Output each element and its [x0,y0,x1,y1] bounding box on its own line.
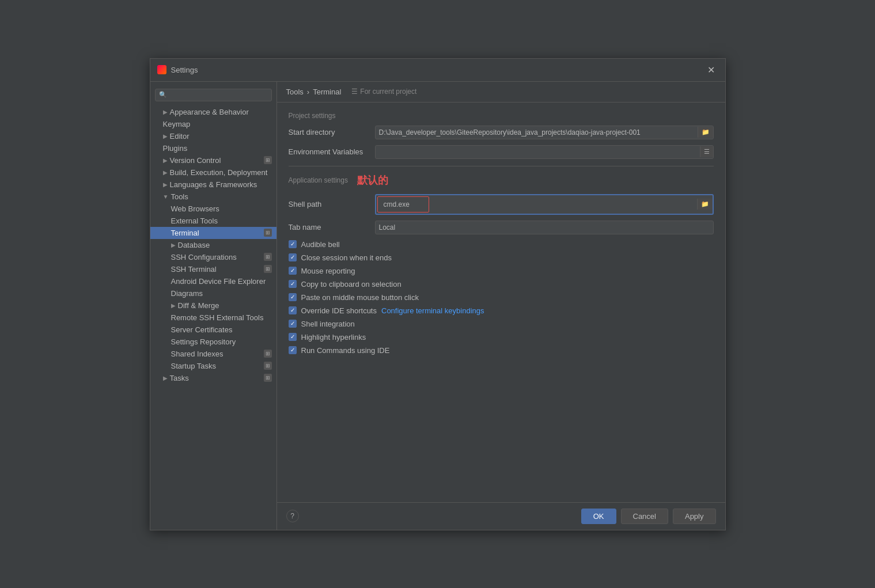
dialog-title: Settings [171,66,198,74]
sidebar-item-editor[interactable]: ▶ Editor [150,130,276,142]
tab-name-row: Tab name [289,221,714,234]
sidebar-item-label: Languages & Frameworks [170,180,257,189]
breadcrumb-separator: › [307,88,309,96]
checkbox-label-override-ide: Override IDE shortcuts [301,306,377,315]
check-mark: ✓ [290,347,295,353]
title-bar: Settings ✕ [150,59,725,82]
apply-button[interactable]: Apply [673,509,716,524]
sidebar-item-database[interactable]: ▶ Database [150,239,276,251]
sidebar-item-tasks[interactable]: ▶ Tasks ⊞ [150,372,276,384]
tab-name-input[interactable] [376,221,713,234]
checkbox-close-session[interactable]: ✓ [289,253,297,261]
checkbox-label-run-commands: Run Commands using IDE [301,346,390,355]
shell-path-browse-button[interactable]: 📁 [697,199,713,210]
ok-button[interactable]: OK [581,509,616,524]
start-directory-row: Start directory 📁 [289,126,714,139]
sidebar-item-label: Remote SSH External Tools [171,313,264,322]
footer: ? OK Cancel Apply [277,502,725,530]
sidebar-item-remote-ssh[interactable]: Remote SSH External Tools [150,312,276,324]
sidebar-item-label: Build, Execution, Deployment [170,168,268,177]
sidebar-item-shared-indexes[interactable]: Shared Indexes ⊞ [150,348,276,360]
search-input[interactable] [169,91,268,99]
sidebar-item-version-control[interactable]: ▶ Version Control ⊞ [150,154,276,166]
sync-badge: ⊞ [264,156,272,164]
sidebar-item-ssh-terminal[interactable]: SSH Terminal ⊞ [150,263,276,275]
sidebar-item-label: Version Control [170,156,221,165]
checkbox-row-mouse-reporting: ✓ Mouse reporting [289,267,714,275]
help-button[interactable]: ? [286,510,299,522]
sidebar-item-server-certs[interactable]: Server Certificates [150,324,276,336]
sidebar-item-diagrams[interactable]: Diagrams [150,287,276,299]
expand-arrow: ▶ [163,181,168,188]
shell-path-box [377,196,429,213]
breadcrumb-for-project: ☰ For current project [351,88,416,96]
checkbox-label-close-session: Close session when it ends [301,253,392,262]
sidebar-item-build[interactable]: ▶ Build, Execution, Deployment [150,166,276,179]
sidebar-item-android-device[interactable]: Android Device File Explorer [150,275,276,287]
checkbox-row-shell-integration: ✓ Shell integration [289,320,714,328]
title-bar-left: Settings [157,65,198,74]
shell-path-input[interactable] [380,198,426,211]
checkbox-shell-integration[interactable]: ✓ [289,320,297,328]
tab-name-label: Tab name [289,223,369,232]
project-settings-label: Project settings [289,112,714,120]
env-variables-label: Environment Variables [289,147,369,156]
check-mark: ✓ [290,308,295,313]
start-directory-browse-button[interactable]: 📁 [698,127,713,138]
expand-arrow: ▶ [163,109,168,115]
close-button[interactable]: ✕ [704,63,718,77]
sidebar-item-ssh-configurations[interactable]: SSH Configurations ⊞ [150,251,276,263]
sidebar-item-label: Terminal [171,229,199,237]
checkbox-audible-bell[interactable]: ✓ [289,240,297,248]
expand-arrow: ▶ [171,242,176,248]
sidebar-item-diff-merge[interactable]: ▶ Diff & Merge [150,299,276,312]
checkbox-run-commands[interactable]: ✓ [289,346,297,354]
check-mark: ✓ [290,255,295,260]
breadcrumb: Tools › Terminal ☰ For current project [277,82,725,103]
checkbox-row-copy-clipboard: ✓ Copy to clipboard on selection [289,280,714,289]
settings-panel: Project settings Start directory 📁 Envir… [277,103,725,502]
tab-name-input-container [375,221,714,234]
breadcrumb-current: Terminal [313,88,341,96]
checkbox-label-mouse-reporting: Mouse reporting [301,267,355,275]
sidebar-item-label: Shared Indexes [171,350,224,358]
checkbox-paste-middle[interactable]: ✓ [289,293,297,301]
application-settings-label: Application settings [289,176,348,184]
checkbox-highlight-hyperlinks[interactable]: ✓ [289,333,297,341]
start-directory-input[interactable] [376,126,698,139]
sidebar-item-keymap[interactable]: Keymap [150,118,276,130]
sidebar-item-external-tools[interactable]: External Tools [150,215,276,227]
env-variables-browse-button[interactable]: ☰ [700,146,713,157]
sync-badge: ⊞ [264,350,272,358]
checkbox-row-run-commands: ✓ Run Commands using IDE [289,346,714,355]
sidebar-item-label: Database [178,241,210,249]
env-variables-input[interactable] [376,146,700,158]
sidebar-item-plugins[interactable]: Plugins [150,142,276,154]
sidebar-item-label: Android Device File Explorer [171,277,266,286]
sync-badge: ⊞ [264,265,272,273]
annotation: 默认的 [357,173,388,187]
search-box[interactable]: 🔍 [155,89,272,101]
checkbox-row-highlight-hyperlinks: ✓ Highlight hyperlinks [289,333,714,342]
check-mark: ✓ [290,268,295,274]
sidebar-item-label: SSH Configurations [171,253,237,261]
checkbox-label-copy-clipboard: Copy to clipboard on selection [301,280,401,289]
sidebar-item-web-browsers[interactable]: Web Browsers [150,203,276,215]
check-mark: ✓ [290,321,295,327]
checkbox-override-ide[interactable]: ✓ [289,306,297,314]
checkbox-mouse-reporting[interactable]: ✓ [289,267,297,275]
configure-keybindings-link[interactable]: Configure terminal keybindings [381,306,484,315]
sidebar-item-appearance[interactable]: ▶ Appearance & Behavior [150,106,276,118]
sidebar-item-settings-repo[interactable]: Settings Repository [150,336,276,348]
check-mark: ✓ [290,241,295,247]
sidebar-item-tools[interactable]: ▼ Tools [150,191,276,203]
checkbox-copy-clipboard[interactable]: ✓ [289,280,297,288]
checkbox-label-audible-bell: Audible bell [301,240,340,249]
sidebar-item-label: Web Browsers [171,204,219,213]
sidebar-item-startup-tasks[interactable]: Startup Tasks ⊞ [150,360,276,372]
sidebar-item-terminal[interactable]: Terminal ⊞ [150,227,276,239]
expand-arrow: ▼ [163,194,169,200]
sidebar-item-languages[interactable]: ▶ Languages & Frameworks [150,179,276,191]
cancel-button[interactable]: Cancel [621,509,668,524]
settings-dialog: Settings ✕ 🔍 ▶ Appearance & Behavior Key… [150,58,726,530]
